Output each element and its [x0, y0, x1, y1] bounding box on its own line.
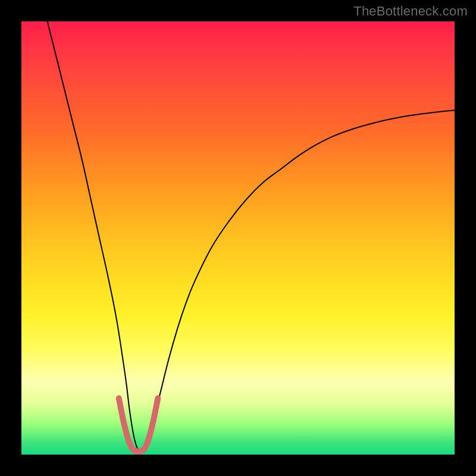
plot-area [21, 21, 455, 455]
chart-frame: TheBottleneck.com [0, 0, 476, 476]
bottleneck-curve [48, 21, 455, 452]
watermark-text: TheBottleneck.com [353, 4, 468, 19]
highlight-band [119, 398, 158, 452]
curve-layer [21, 21, 455, 455]
